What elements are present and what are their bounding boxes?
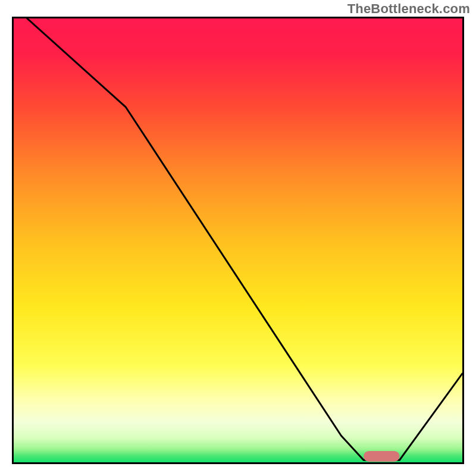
chart-container: TheBottleneck.com <box>0 0 476 476</box>
data-curve <box>27 18 462 460</box>
optimum-marker <box>364 451 399 462</box>
chart-overlay <box>14 18 462 462</box>
plot-frame <box>12 17 464 464</box>
plot-area <box>14 18 462 462</box>
watermark-text: TheBottleneck.com <box>347 1 470 17</box>
